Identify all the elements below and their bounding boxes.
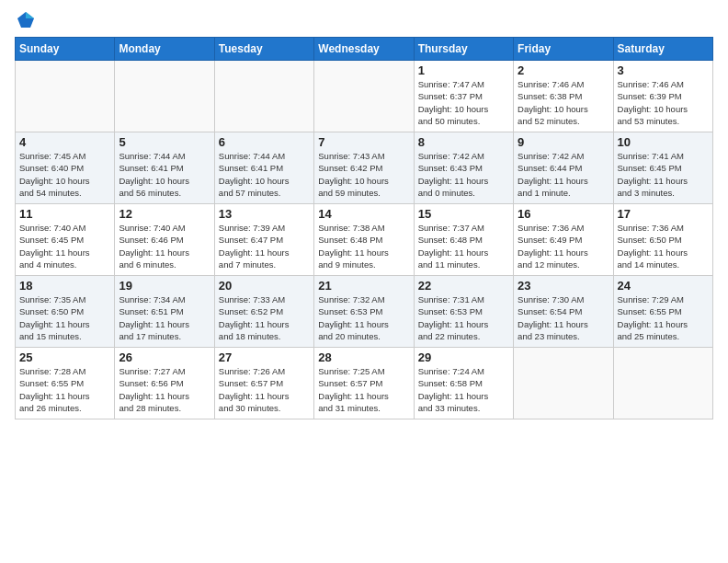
- day-number: 22: [418, 279, 509, 293]
- weekday-header-wednesday: Wednesday: [314, 38, 414, 61]
- calendar-cell: 28Sunrise: 7:25 AM Sunset: 6:57 PM Dayli…: [314, 348, 414, 419]
- calendar-cell: 10Sunrise: 7:41 AM Sunset: 6:45 PM Dayli…: [613, 132, 712, 204]
- calendar-cell: 21Sunrise: 7:32 AM Sunset: 6:53 PM Dayli…: [314, 276, 414, 348]
- day-number: 14: [318, 207, 409, 221]
- day-number: 24: [618, 279, 709, 293]
- day-info: Sunrise: 7:28 AM Sunset: 6:55 PM Dayligh…: [19, 365, 110, 414]
- day-number: 21: [318, 279, 409, 293]
- day-number: 17: [618, 207, 709, 221]
- calendar-cell: [214, 61, 313, 132]
- day-info: Sunrise: 7:43 AM Sunset: 6:42 PM Dayligh…: [318, 150, 409, 199]
- calendar-cell: 2Sunrise: 7:46 AM Sunset: 6:38 PM Daylig…: [514, 61, 613, 132]
- day-info: Sunrise: 7:42 AM Sunset: 6:44 PM Dayligh…: [518, 150, 609, 199]
- logo-flag-icon: [17, 11, 35, 29]
- day-number: 11: [19, 207, 110, 221]
- day-info: Sunrise: 7:40 AM Sunset: 6:45 PM Dayligh…: [19, 222, 110, 270]
- calendar-cell: 19Sunrise: 7:34 AM Sunset: 6:51 PM Dayli…: [115, 276, 214, 348]
- calendar-cell: 3Sunrise: 7:46 AM Sunset: 6:39 PM Daylig…: [613, 61, 712, 132]
- day-number: 5: [119, 135, 210, 149]
- day-info: Sunrise: 7:36 AM Sunset: 6:50 PM Dayligh…: [618, 222, 709, 270]
- calendar-cell: 6Sunrise: 7:44 AM Sunset: 6:41 PM Daylig…: [214, 132, 313, 204]
- day-info: Sunrise: 7:36 AM Sunset: 6:49 PM Dayligh…: [518, 222, 609, 270]
- calendar-cell: 9Sunrise: 7:42 AM Sunset: 6:44 PM Daylig…: [514, 132, 613, 204]
- calendar-cell: 15Sunrise: 7:37 AM Sunset: 6:48 PM Dayli…: [414, 204, 513, 276]
- weekday-header-friday: Friday: [514, 38, 613, 61]
- day-number: 3: [618, 63, 709, 77]
- day-info: Sunrise: 7:26 AM Sunset: 6:57 PM Dayligh…: [219, 365, 310, 414]
- weekday-header-sunday: Sunday: [16, 38, 115, 61]
- week-row-4: 18Sunrise: 7:35 AM Sunset: 6:50 PM Dayli…: [16, 276, 713, 348]
- calendar-cell: 23Sunrise: 7:30 AM Sunset: 6:54 PM Dayli…: [514, 276, 613, 348]
- day-number: 4: [19, 135, 110, 149]
- calendar-cell: 7Sunrise: 7:43 AM Sunset: 6:42 PM Daylig…: [314, 132, 414, 204]
- calendar-cell: 29Sunrise: 7:24 AM Sunset: 6:58 PM Dayli…: [414, 348, 513, 419]
- day-number: 26: [119, 350, 210, 364]
- weekday-header-thursday: Thursday: [414, 38, 513, 61]
- calendar-cell: 11Sunrise: 7:40 AM Sunset: 6:45 PM Dayli…: [16, 204, 115, 276]
- day-number: 18: [19, 279, 110, 293]
- day-number: 6: [219, 135, 310, 149]
- day-number: 1: [418, 63, 509, 77]
- calendar-cell: 26Sunrise: 7:27 AM Sunset: 6:56 PM Dayli…: [115, 348, 214, 419]
- calendar-cell: [514, 348, 613, 419]
- day-info: Sunrise: 7:30 AM Sunset: 6:54 PM Dayligh…: [518, 293, 609, 342]
- day-info: Sunrise: 7:35 AM Sunset: 6:50 PM Dayligh…: [19, 293, 110, 342]
- header: [15, 11, 713, 29]
- calendar-cell: 20Sunrise: 7:33 AM Sunset: 6:52 PM Dayli…: [214, 276, 313, 348]
- day-number: 7: [318, 135, 409, 149]
- day-info: Sunrise: 7:47 AM Sunset: 6:37 PM Dayligh…: [418, 78, 509, 127]
- day-info: Sunrise: 7:25 AM Sunset: 6:57 PM Dayligh…: [318, 365, 409, 414]
- calendar-cell: 5Sunrise: 7:44 AM Sunset: 6:41 PM Daylig…: [115, 132, 214, 204]
- day-number: 2: [518, 63, 609, 77]
- day-number: 8: [418, 135, 509, 149]
- day-number: 13: [219, 207, 310, 221]
- calendar-page: SundayMondayTuesdayWednesdayThursdayFrid…: [0, 0, 728, 563]
- day-info: Sunrise: 7:45 AM Sunset: 6:40 PM Dayligh…: [19, 150, 110, 199]
- calendar-cell: [314, 61, 414, 132]
- day-number: 10: [618, 135, 709, 149]
- day-info: Sunrise: 7:37 AM Sunset: 6:48 PM Dayligh…: [418, 222, 509, 270]
- weekday-header-row: SundayMondayTuesdayWednesdayThursdayFrid…: [16, 38, 713, 61]
- day-info: Sunrise: 7:24 AM Sunset: 6:58 PM Dayligh…: [418, 365, 509, 414]
- weekday-header-saturday: Saturday: [613, 38, 712, 61]
- day-info: Sunrise: 7:38 AM Sunset: 6:48 PM Dayligh…: [318, 222, 409, 270]
- calendar-table: SundayMondayTuesdayWednesdayThursdayFrid…: [15, 37, 713, 419]
- calendar-cell: [613, 348, 712, 419]
- day-number: 9: [518, 135, 609, 149]
- svg-marker-1: [26, 12, 34, 18]
- day-info: Sunrise: 7:29 AM Sunset: 6:55 PM Dayligh…: [618, 293, 709, 342]
- day-info: Sunrise: 7:44 AM Sunset: 6:41 PM Dayligh…: [119, 150, 210, 199]
- day-number: 27: [219, 350, 310, 364]
- calendar-cell: 14Sunrise: 7:38 AM Sunset: 6:48 PM Dayli…: [314, 204, 414, 276]
- day-number: 25: [19, 350, 110, 364]
- calendar-cell: 12Sunrise: 7:40 AM Sunset: 6:46 PM Dayli…: [115, 204, 214, 276]
- calendar-cell: [115, 61, 214, 132]
- day-info: Sunrise: 7:44 AM Sunset: 6:41 PM Dayligh…: [219, 150, 310, 199]
- day-number: 16: [518, 207, 609, 221]
- calendar-cell: 4Sunrise: 7:45 AM Sunset: 6:40 PM Daylig…: [16, 132, 115, 204]
- week-row-2: 4Sunrise: 7:45 AM Sunset: 6:40 PM Daylig…: [16, 132, 713, 204]
- week-row-1: 1Sunrise: 7:47 AM Sunset: 6:37 PM Daylig…: [16, 61, 713, 132]
- day-info: Sunrise: 7:31 AM Sunset: 6:53 PM Dayligh…: [418, 293, 509, 342]
- weekday-header-tuesday: Tuesday: [214, 38, 313, 61]
- calendar-cell: 25Sunrise: 7:28 AM Sunset: 6:55 PM Dayli…: [16, 348, 115, 419]
- calendar-cell: 16Sunrise: 7:36 AM Sunset: 6:49 PM Dayli…: [514, 204, 613, 276]
- calendar-cell: 8Sunrise: 7:42 AM Sunset: 6:43 PM Daylig…: [414, 132, 513, 204]
- day-info: Sunrise: 7:41 AM Sunset: 6:45 PM Dayligh…: [618, 150, 709, 199]
- calendar-cell: 24Sunrise: 7:29 AM Sunset: 6:55 PM Dayli…: [613, 276, 712, 348]
- calendar-cell: 17Sunrise: 7:36 AM Sunset: 6:50 PM Dayli…: [613, 204, 712, 276]
- calendar-cell: 27Sunrise: 7:26 AM Sunset: 6:57 PM Dayli…: [214, 348, 313, 419]
- day-info: Sunrise: 7:34 AM Sunset: 6:51 PM Dayligh…: [119, 293, 210, 342]
- day-info: Sunrise: 7:33 AM Sunset: 6:52 PM Dayligh…: [219, 293, 310, 342]
- day-number: 28: [318, 350, 409, 364]
- calendar-cell: 13Sunrise: 7:39 AM Sunset: 6:47 PM Dayli…: [214, 204, 313, 276]
- day-number: 19: [119, 279, 210, 293]
- weekday-header-monday: Monday: [115, 38, 214, 61]
- calendar-cell: [16, 61, 115, 132]
- day-info: Sunrise: 7:32 AM Sunset: 6:53 PM Dayligh…: [318, 293, 409, 342]
- calendar-cell: 22Sunrise: 7:31 AM Sunset: 6:53 PM Dayli…: [414, 276, 513, 348]
- day-info: Sunrise: 7:40 AM Sunset: 6:46 PM Dayligh…: [119, 222, 210, 270]
- day-info: Sunrise: 7:46 AM Sunset: 6:39 PM Dayligh…: [618, 78, 709, 127]
- day-number: 12: [119, 207, 210, 221]
- week-row-3: 11Sunrise: 7:40 AM Sunset: 6:45 PM Dayli…: [16, 204, 713, 276]
